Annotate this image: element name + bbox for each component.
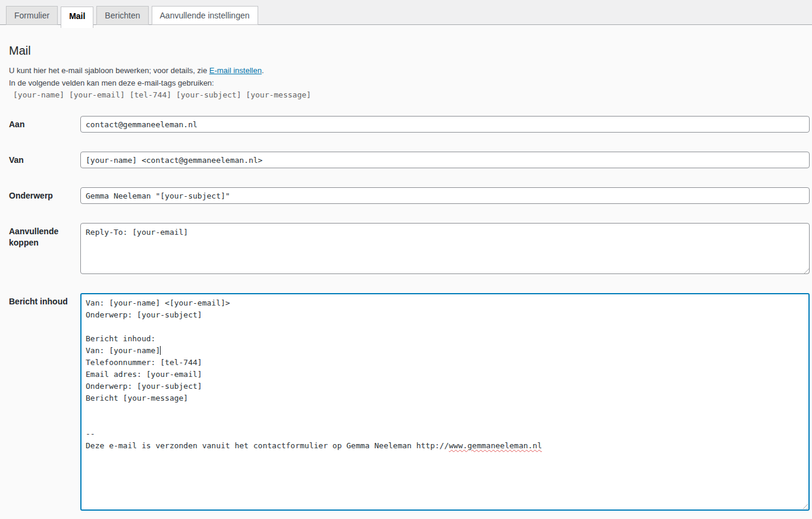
resize-grabber-icon[interactable] xyxy=(801,502,808,509)
to-field-label: Aan xyxy=(9,116,80,133)
text-caret xyxy=(160,346,161,355)
field-row-additional-headers: Aanvullende koppen Reply-To: [your-email… xyxy=(9,223,810,274)
field-row-subject: Onderwerp xyxy=(9,187,810,204)
body-text-before-caret: Van: [your-name] <[your-email]> Onderwer… xyxy=(86,298,230,355)
intro-line: U kunt hier het e-mail sjabloon bewerken… xyxy=(9,64,810,77)
subject-field-input[interactable] xyxy=(80,187,810,204)
message-body-field-label: Bericht inhoud xyxy=(9,293,80,511)
from-field-label: Van xyxy=(9,152,80,168)
field-row-message-body: Bericht inhoud Van: [your-name] <[your-e… xyxy=(9,293,810,511)
field-row-to: Aan xyxy=(9,116,810,133)
cf7-mail-settings-page: Formulier Mail Berichten Aanvullende ins… xyxy=(0,0,812,511)
field-row-from: Van xyxy=(9,152,810,168)
tab-aanvullende-instellingen[interactable]: Aanvullende instellingen xyxy=(152,6,258,25)
panel-title: Mail xyxy=(9,43,810,58)
tab-mail[interactable]: Mail xyxy=(61,7,93,28)
intro-text-before: U kunt hier het e-mail sjabloon bewerken… xyxy=(9,66,209,75)
tags-intro-line: In de volgende velden kan men deze e-mai… xyxy=(9,77,810,89)
to-field-input[interactable] xyxy=(80,116,810,133)
editor-tab-bar: Formulier Mail Berichten Aanvullende ins… xyxy=(0,0,812,25)
additional-headers-field-label: Aanvullende koppen xyxy=(9,223,80,274)
email-setup-link[interactable]: E-mail instellen xyxy=(209,66,262,75)
mail-settings-form: Aan Van Onderwerp Aanvullende koppen xyxy=(9,116,810,511)
message-body-textarea[interactable]: Van: [your-name] <[your-email]> Onderwer… xyxy=(80,293,810,511)
panel-description: U kunt hier het e-mail sjabloon bewerken… xyxy=(9,64,810,89)
tab-berichten[interactable]: Berichten xyxy=(96,6,148,25)
additional-headers-textarea[interactable]: Reply-To: [your-email] xyxy=(80,223,810,274)
mail-panel: Mail U kunt hier het e-mail sjabloon bew… xyxy=(0,43,812,511)
available-mail-tags: [your-name] [your-email] [tel-744] [your… xyxy=(9,89,810,101)
subject-field-label: Onderwerp xyxy=(9,187,80,204)
body-misspelled-url: www.gemmaneeleman.nl xyxy=(449,441,542,450)
intro-text-after: . xyxy=(262,66,264,75)
body-text-after-caret: Telefoonnummer: [tel-744] Email adres: [… xyxy=(86,358,449,450)
tab-formulier[interactable]: Formulier xyxy=(6,6,58,25)
from-field-input[interactable] xyxy=(80,152,810,168)
